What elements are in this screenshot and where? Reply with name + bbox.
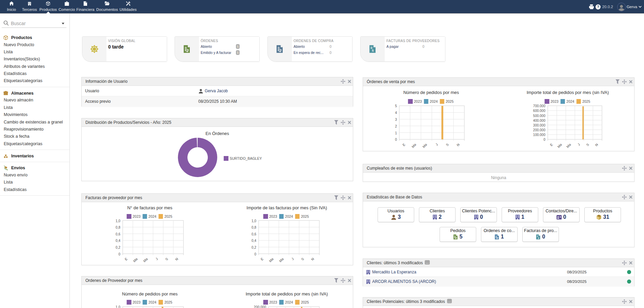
svg-text:500.000: 500.000 bbox=[533, 114, 546, 118]
svg-text:E: E bbox=[549, 142, 554, 147]
svg-text:S: S bbox=[445, 142, 449, 147]
svg-text:400.000: 400.000 bbox=[533, 119, 546, 122]
svg-text:600.000: 600.000 bbox=[533, 109, 546, 113]
svg-text:0,6: 0,6 bbox=[251, 232, 256, 236]
svg-text:J: J bbox=[291, 257, 295, 261]
svg-text:4: 4 bbox=[395, 111, 397, 115]
svg-text:200.000: 200.000 bbox=[533, 128, 546, 132]
svg-text:J: J bbox=[155, 257, 159, 261]
svg-text:Ma: Ma bbox=[268, 257, 275, 263]
svg-text:0,2: 0,2 bbox=[116, 246, 120, 249]
svg-text:1,0: 1,0 bbox=[116, 305, 120, 308]
svg-text:0,4: 0,4 bbox=[251, 239, 256, 243]
svg-text:0: 0 bbox=[395, 138, 397, 141]
svg-text:0: 0 bbox=[254, 252, 256, 256]
svg-text:100.000: 100.000 bbox=[533, 133, 546, 137]
svg-text:1: 1 bbox=[395, 131, 397, 135]
svg-text:5: 5 bbox=[395, 104, 397, 108]
svg-text:Ma: Ma bbox=[566, 142, 572, 149]
svg-text:N: N bbox=[595, 142, 599, 147]
svg-text:S: S bbox=[585, 142, 590, 147]
svg-text:0: 0 bbox=[543, 138, 545, 141]
svg-text:N: N bbox=[175, 257, 179, 262]
svg-text:2: 2 bbox=[395, 124, 397, 128]
svg-text:E: E bbox=[402, 142, 406, 147]
svg-text:N: N bbox=[456, 142, 460, 147]
svg-text:S: S bbox=[300, 257, 305, 261]
svg-text:E: E bbox=[260, 257, 264, 261]
svg-text:1,0: 1,0 bbox=[251, 219, 256, 223]
svg-text:Ma: Ma bbox=[411, 142, 417, 149]
svg-text:S: S bbox=[164, 257, 169, 261]
svg-text:Ma: Ma bbox=[143, 257, 149, 263]
svg-text:Ma: Ma bbox=[557, 142, 563, 149]
svg-text:0,6: 0,6 bbox=[116, 232, 120, 236]
svg-text:0: 0 bbox=[118, 252, 120, 256]
svg-text:?: ? bbox=[597, 5, 599, 9]
svg-text:0,4: 0,4 bbox=[116, 239, 120, 243]
svg-text:0,8: 0,8 bbox=[251, 226, 256, 229]
svg-text:Ma: Ma bbox=[133, 257, 139, 263]
svg-text:3: 3 bbox=[395, 118, 397, 121]
svg-text:0,8: 0,8 bbox=[116, 226, 120, 229]
svg-text:1,0: 1,0 bbox=[116, 219, 120, 223]
svg-text:700.000: 700.000 bbox=[533, 104, 546, 108]
svg-text:$: $ bbox=[372, 49, 374, 53]
svg-text:Ma: Ma bbox=[422, 142, 428, 149]
svg-text:300.000: 300.000 bbox=[533, 123, 546, 127]
svg-text:J: J bbox=[435, 142, 439, 146]
svg-text:E: E bbox=[124, 257, 128, 261]
svg-text:N: N bbox=[310, 257, 315, 262]
svg-text:J: J bbox=[577, 142, 581, 146]
svg-text:200.000: 200.000 bbox=[254, 305, 266, 308]
svg-text:0,2: 0,2 bbox=[251, 246, 256, 249]
svg-text:Ma: Ma bbox=[279, 257, 285, 263]
